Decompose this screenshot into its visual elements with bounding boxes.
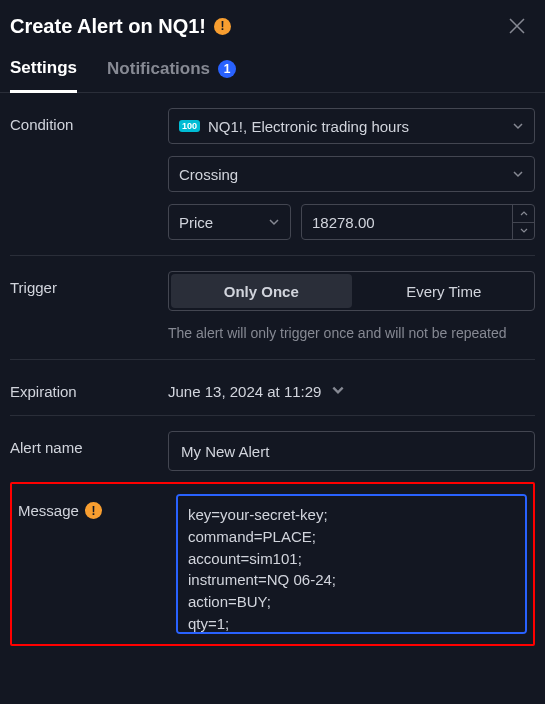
tab-label: Notifications (107, 59, 210, 79)
message-highlight: Message ! (10, 482, 535, 646)
price-source-select[interactable]: Price (168, 204, 291, 240)
chevron-down-icon (331, 383, 345, 400)
divider (10, 415, 535, 416)
notification-count-badge: 1 (218, 60, 236, 78)
chevron-up-icon (520, 211, 528, 216)
condition-symbol-select[interactable]: 100 NQ1!, Electronic trading hours (168, 108, 535, 144)
tab-notifications[interactable]: Notifications 1 (107, 58, 236, 92)
trigger-label: Trigger (10, 271, 168, 344)
message-label: Message ! (18, 494, 176, 634)
condition-label: Condition (10, 108, 168, 240)
price-value-input-wrapper (301, 204, 535, 240)
trigger-toggle: Only Once Every Time (168, 271, 535, 311)
message-textarea[interactable] (176, 494, 527, 634)
chevron-down-icon (512, 166, 524, 183)
expiration-text: June 13, 2024 at 11:29 (168, 383, 321, 400)
trigger-only-once[interactable]: Only Once (171, 274, 352, 308)
expiration-value[interactable]: June 13, 2024 at 11:29 (168, 375, 535, 400)
close-icon (508, 17, 526, 35)
title-text: Create Alert on NQ1! (10, 15, 206, 38)
price-step-down[interactable] (513, 223, 534, 240)
alert-name-input[interactable] (168, 431, 535, 471)
alert-name-label: Alert name (10, 431, 168, 471)
condition-type-select[interactable]: Crossing (168, 156, 535, 192)
chevron-down-icon (268, 214, 280, 231)
warning-icon: ! (85, 502, 102, 519)
tab-settings[interactable]: Settings (10, 58, 77, 93)
close-button[interactable] (505, 14, 529, 38)
price-value-input[interactable] (302, 205, 512, 239)
divider (10, 255, 535, 256)
price-step-up[interactable] (513, 205, 534, 223)
trigger-hint: The alert will only trigger once and wil… (168, 323, 535, 344)
tab-label: Settings (10, 58, 77, 78)
condition-type-text: Crossing (179, 166, 238, 183)
symbol-badge-icon: 100 (179, 120, 200, 132)
divider (10, 359, 535, 360)
price-source-text: Price (179, 214, 213, 231)
tab-bar: Settings Notifications 1 (0, 48, 545, 93)
dialog-title: Create Alert on NQ1! ! (10, 15, 231, 38)
trigger-every-time[interactable]: Every Time (354, 272, 535, 310)
chevron-down-icon (520, 228, 528, 233)
expiration-label: Expiration (10, 375, 168, 400)
message-label-text: Message (18, 502, 79, 519)
symbol-text: NQ1!, Electronic trading hours (208, 118, 409, 135)
chevron-down-icon (512, 118, 524, 135)
warning-icon: ! (214, 18, 231, 35)
